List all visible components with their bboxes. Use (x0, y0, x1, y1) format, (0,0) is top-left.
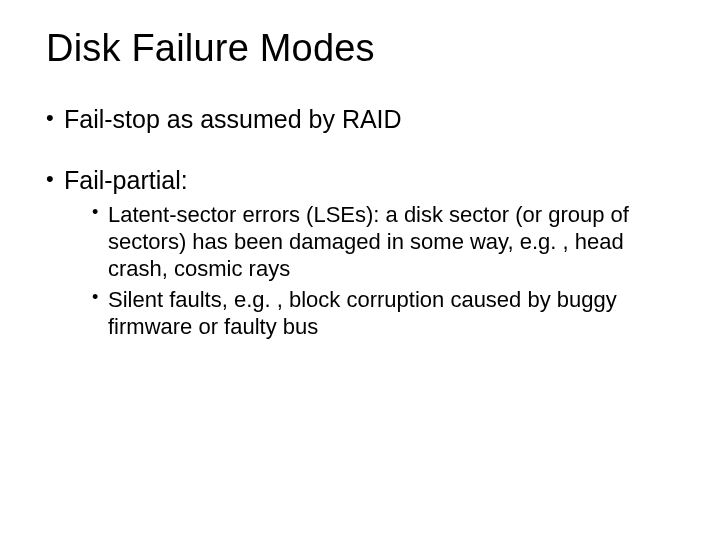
bullet-item: Fail-partial: Latent-sector errors (LSEs… (46, 165, 674, 340)
bullet-text: Fail-stop as assumed by RAID (64, 105, 402, 133)
sub-bullet-item: Latent-sector errors (LSEs): a disk sect… (92, 202, 674, 282)
bullet-list: Fail-stop as assumed by RAID Fail-partia… (46, 104, 674, 341)
slide: Disk Failure Modes Fail-stop as assumed … (0, 0, 720, 540)
slide-title: Disk Failure Modes (46, 28, 674, 70)
bullet-item: Fail-stop as assumed by RAID (46, 104, 674, 135)
sub-bullet-item: Silent faults, e.g. , block corruption c… (92, 287, 674, 341)
bullet-text: Fail-partial: (64, 166, 188, 194)
sub-bullet-list: Latent-sector errors (LSEs): a disk sect… (92, 202, 674, 340)
sub-bullet-text: Latent-sector errors (LSEs): a disk sect… (108, 202, 629, 281)
sub-bullet-text: Silent faults, e.g. , block corruption c… (108, 287, 617, 339)
